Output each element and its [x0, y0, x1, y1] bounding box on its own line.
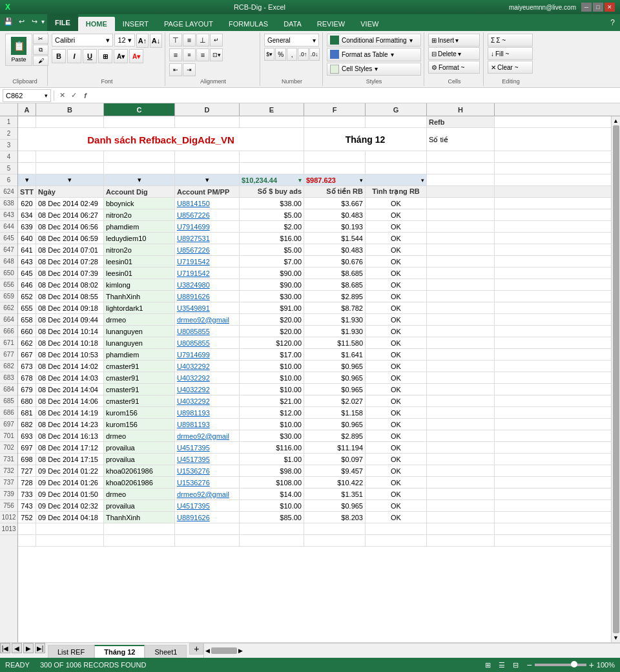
- sheet-cell[interactable]: 09 Dec 2014 01:26: [36, 477, 104, 488]
- sheet-cell[interactable]: [427, 209, 495, 220]
- sheet-cell[interactable]: $120.00: [240, 337, 304, 348]
- sheet-cell[interactable]: Số $ buy ads: [240, 186, 304, 197]
- sheet-cell[interactable]: 752: [18, 512, 36, 523]
- sheet-cell[interactable]: U4032292: [175, 395, 240, 406]
- sheet-cell[interactable]: drmeo92@gmail: [175, 314, 240, 325]
- sheet-cell[interactable]: OK: [366, 337, 427, 348]
- col-header-c[interactable]: C: [104, 103, 175, 116]
- fill-color-button[interactable]: A▾: [114, 49, 128, 63]
- sheet-cell[interactable]: 08 Dec 2014 14:03: [36, 372, 104, 383]
- sheet-cell[interactable]: [427, 256, 495, 267]
- sheet-cell[interactable]: $108.00: [240, 477, 304, 488]
- sheet-cell[interactable]: [18, 535, 36, 546]
- sheet-cell[interactable]: 634: [18, 209, 36, 220]
- sheet-cell[interactable]: OK: [366, 488, 427, 499]
- sheet-cell[interactable]: U4032292: [175, 361, 240, 372]
- tab-formulas[interactable]: FORMULAS: [221, 17, 276, 31]
- sheet-cell[interactable]: [366, 535, 427, 546]
- h-scroll-thumb[interactable]: [211, 647, 237, 654]
- sheet-cell[interactable]: $1.930: [304, 314, 366, 325]
- sheet-cell[interactable]: 08 Dec 2014 10:53: [36, 349, 104, 360]
- sheet-cell[interactable]: 693: [18, 430, 36, 441]
- sheet-cell[interactable]: [240, 535, 304, 546]
- sheet-cell[interactable]: U1536276: [175, 465, 240, 476]
- sheet-cell[interactable]: U7191542: [175, 256, 240, 267]
- sheet-prev-button[interactable]: ◀: [12, 643, 22, 653]
- increase-decimal-button[interactable]: .0↑: [298, 48, 308, 61]
- autosum-button[interactable]: Σ Σ ~: [488, 34, 533, 47]
- undo-quick-button[interactable]: ↩: [16, 16, 27, 27]
- sheet-cell[interactable]: OK: [366, 361, 427, 372]
- sheet-cell[interactable]: leduydiem10: [104, 233, 175, 244]
- sheet-cell[interactable]: $8.685: [304, 268, 366, 278]
- sheet-cell[interactable]: OK: [366, 198, 427, 209]
- sheet-cell[interactable]: U4032292: [175, 384, 240, 395]
- sheet-cell[interactable]: $5.00: [240, 209, 304, 220]
- cut-button[interactable]: ✂: [33, 34, 48, 44]
- row-number[interactable]: 648: [0, 256, 17, 268]
- sheet-cell[interactable]: provailua: [104, 454, 175, 465]
- sheet-cell[interactable]: $98.00: [240, 465, 304, 476]
- save-quick-button[interactable]: 💾: [3, 16, 14, 27]
- sheet-cell[interactable]: OK: [366, 221, 427, 232]
- sheet-cell[interactable]: 08 Dec 2014 17:12: [36, 442, 104, 453]
- sheet-cell[interactable]: [18, 163, 36, 174]
- insert-cells-button[interactable]: ⊞ Insert ▾: [428, 34, 480, 47]
- row-number[interactable]: 664: [0, 314, 17, 326]
- sheet-cell[interactable]: OK: [366, 302, 427, 313]
- row-number[interactable]: 645: [0, 233, 17, 244]
- sheet-cell[interactable]: [427, 326, 495, 337]
- view-layout-button[interactable]: ☰: [499, 661, 505, 669]
- sheet-cell[interactable]: $116.00: [240, 442, 304, 453]
- sheet-cell[interactable]: OK: [366, 372, 427, 383]
- sheet-cell[interactable]: [427, 244, 495, 255]
- sheet-cell[interactable]: drmeo: [104, 430, 175, 441]
- row-number[interactable]: 659: [0, 291, 17, 302]
- sheet-cell[interactable]: U8981193: [175, 407, 240, 418]
- sheet-cell[interactable]: [427, 174, 495, 185]
- sheet-cell[interactable]: cmaster91: [104, 372, 175, 383]
- sheet-cell[interactable]: 645: [18, 268, 36, 278]
- sheet-cell[interactable]: OK: [366, 268, 427, 278]
- row-number[interactable]: 644: [0, 221, 17, 233]
- sheet-cell[interactable]: [427, 337, 495, 348]
- sheet-cell[interactable]: 09 Dec 2014 01:50: [36, 488, 104, 499]
- sheet-cell[interactable]: [304, 163, 366, 174]
- sheet-cell[interactable]: 678: [18, 372, 36, 383]
- sheet-cell[interactable]: U8981193: [175, 419, 240, 430]
- sheet-cell[interactable]: $10.00: [240, 419, 304, 430]
- cell-styles-button[interactable]: Cell Styles ▾: [327, 63, 421, 76]
- sheet-cell[interactable]: 643: [18, 256, 36, 267]
- sheet-cell[interactable]: 08 Dec 2014 07:39: [36, 268, 104, 278]
- sheet-cell[interactable]: [240, 151, 304, 162]
- sheet-cell[interactable]: [175, 535, 240, 546]
- sheet-cell[interactable]: 08 Dec 2014 14:19: [36, 407, 104, 418]
- close-button[interactable]: ✕: [604, 3, 615, 12]
- col-header-e[interactable]: E: [240, 103, 304, 116]
- sheet-cell[interactable]: $12.00: [240, 407, 304, 418]
- sheet-cell[interactable]: 08 Dec 2014 14:23: [36, 419, 104, 430]
- sheet-cell[interactable]: [427, 349, 495, 360]
- zoom-in-button[interactable]: +: [589, 660, 594, 670]
- tab-file[interactable]: FILE: [47, 14, 78, 31]
- sheet-cell[interactable]: $10.00: [240, 384, 304, 395]
- sheet-cell[interactable]: $0.676: [304, 256, 366, 267]
- sheet-cell[interactable]: $7.00: [240, 256, 304, 267]
- sheet-cell[interactable]: 08 Dec 2014 08:55: [36, 291, 104, 302]
- format-cells-button[interactable]: ⚙ Format ~: [428, 61, 480, 74]
- sheet-cell[interactable]: [304, 151, 366, 162]
- sheet-cell[interactable]: [175, 151, 240, 162]
- sheet-cell[interactable]: [427, 465, 495, 476]
- sheet-cell[interactable]: $9.457: [304, 465, 366, 476]
- bold-button[interactable]: B: [52, 49, 66, 63]
- sheet-cell[interactable]: [18, 116, 36, 127]
- row-number[interactable]: 4: [0, 151, 17, 163]
- sheet-cell[interactable]: khoa02061986: [104, 477, 175, 488]
- fill-button[interactable]: ↓ Fill ~: [488, 47, 533, 60]
- col-header-a[interactable]: A: [18, 103, 36, 116]
- row-number[interactable]: 624: [0, 186, 17, 198]
- col-header-h[interactable]: H: [427, 103, 495, 116]
- h-scroll-right[interactable]: ▶: [238, 647, 243, 654]
- sheet-cell[interactable]: [427, 535, 495, 546]
- sheet-cell[interactable]: $20.00: [240, 326, 304, 337]
